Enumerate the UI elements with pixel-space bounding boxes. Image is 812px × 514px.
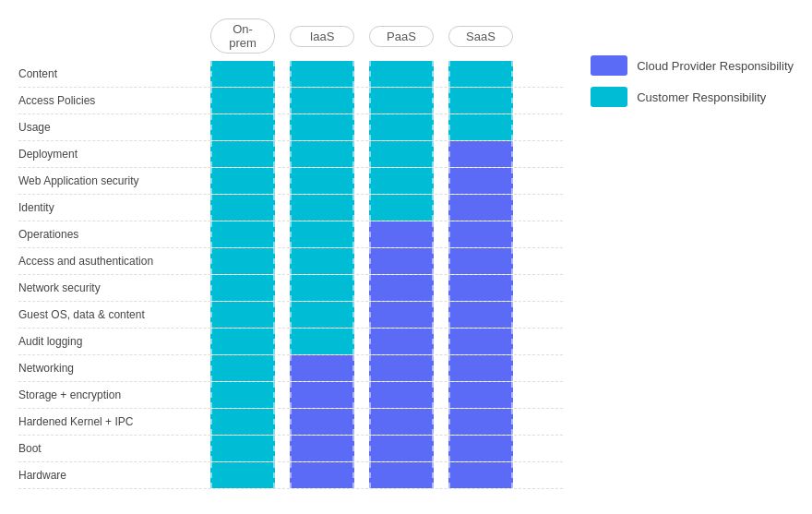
cell-bar xyxy=(448,302,513,328)
cell-bar xyxy=(290,88,354,114)
table-cell xyxy=(290,195,354,221)
table-cell xyxy=(369,221,434,247)
table-row: Networking xyxy=(18,355,563,382)
column-header: On-prem xyxy=(210,18,275,54)
row-cells xyxy=(203,248,563,274)
table-cell xyxy=(210,275,275,301)
table-cell xyxy=(290,61,354,87)
cell-bar xyxy=(369,462,434,488)
table-cell xyxy=(210,168,275,194)
cell-bar xyxy=(369,355,434,381)
table-cell xyxy=(290,329,354,354)
row-cells xyxy=(203,329,563,354)
cell-bar xyxy=(210,248,275,274)
table-cell xyxy=(448,195,513,221)
table-row: Usage xyxy=(18,114,563,141)
cell-bar xyxy=(448,462,513,488)
table-cell xyxy=(290,409,354,435)
table-row: Network security xyxy=(18,275,563,302)
cell-bar xyxy=(210,355,275,381)
cell-bar xyxy=(448,114,513,140)
cell-bar xyxy=(210,195,275,221)
table-cell xyxy=(448,329,513,354)
cell-bar xyxy=(369,88,434,114)
table-row: Access Policies xyxy=(18,88,563,114)
table-cell xyxy=(448,114,513,140)
legend-color-box xyxy=(591,87,627,107)
row-label: Web Application security xyxy=(18,168,203,194)
row-label: Storage + encryption xyxy=(18,382,203,408)
table-cell xyxy=(369,141,434,167)
table-cell xyxy=(369,195,434,221)
cell-bar xyxy=(448,61,513,87)
table-row: Guest OS, data & content xyxy=(18,302,563,329)
row-cells xyxy=(203,168,563,194)
table-cell xyxy=(290,168,354,194)
cell-bar xyxy=(210,61,275,87)
legend: Cloud Provider ResponsibilityCustomer Re… xyxy=(591,18,794,107)
row-cells xyxy=(203,61,563,87)
row-label: Audit logging xyxy=(18,329,203,354)
table-cell xyxy=(448,275,513,301)
table-row: Web Application security xyxy=(18,168,563,195)
cell-bar xyxy=(448,168,513,194)
cell-bar xyxy=(369,302,434,328)
table-cell xyxy=(448,436,513,461)
table-cell xyxy=(290,221,354,247)
table-row: Hardware xyxy=(18,462,563,489)
table-cell xyxy=(210,436,275,461)
cell-bar xyxy=(290,436,354,461)
table-cell xyxy=(369,168,434,194)
table-cell xyxy=(210,141,275,167)
chart-area: On-premIaaSPaaSSaaS ContentAccess Polici… xyxy=(18,18,563,489)
column-headers: On-premIaaSPaaSSaaS xyxy=(18,18,563,54)
cell-bar xyxy=(290,329,354,354)
row-label: Access Policies xyxy=(18,88,203,114)
table-cell xyxy=(210,61,275,87)
column-header: PaaS xyxy=(369,26,434,47)
cell-bar xyxy=(290,114,354,140)
row-label: Identity xyxy=(18,195,203,221)
cell-bar xyxy=(369,114,434,140)
table-cell xyxy=(369,355,434,381)
column-header: IaaS xyxy=(290,26,354,47)
table-cell xyxy=(448,248,513,274)
row-cells xyxy=(203,355,563,381)
row-cells xyxy=(203,141,563,167)
table-cell xyxy=(290,141,354,167)
legend-color-box xyxy=(591,55,627,76)
table-cell xyxy=(448,355,513,381)
table-cell xyxy=(210,302,275,328)
cell-bar xyxy=(448,88,513,114)
legend-label: Customer Responsibility xyxy=(637,90,766,104)
cell-bar xyxy=(290,355,354,381)
legend-item: Customer Responsibility xyxy=(591,87,794,107)
row-cells xyxy=(203,409,563,435)
cell-bar xyxy=(448,221,513,247)
cell-bar xyxy=(210,221,275,247)
table-cell xyxy=(290,355,354,381)
cell-bar xyxy=(290,61,354,87)
table-cell xyxy=(448,61,513,87)
cell-bar xyxy=(369,382,434,408)
row-cells xyxy=(203,302,563,328)
row-label: Hardware xyxy=(18,462,203,488)
table-cell xyxy=(369,114,434,140)
cell-bar xyxy=(448,248,513,274)
table-cell xyxy=(210,248,275,274)
cell-bar xyxy=(210,168,275,194)
table-cell xyxy=(369,462,434,488)
table-cell xyxy=(369,302,434,328)
table-cell xyxy=(210,114,275,140)
table-cell xyxy=(369,329,434,354)
cell-bar xyxy=(210,141,275,167)
cell-bar xyxy=(290,168,354,194)
table-cell xyxy=(448,141,513,167)
row-cells xyxy=(203,436,563,461)
table-cell xyxy=(290,88,354,114)
cell-bar xyxy=(210,275,275,301)
table-row: Deployment xyxy=(18,141,563,168)
cell-bar xyxy=(290,409,354,435)
row-cells xyxy=(203,462,563,488)
table-cell xyxy=(290,302,354,328)
